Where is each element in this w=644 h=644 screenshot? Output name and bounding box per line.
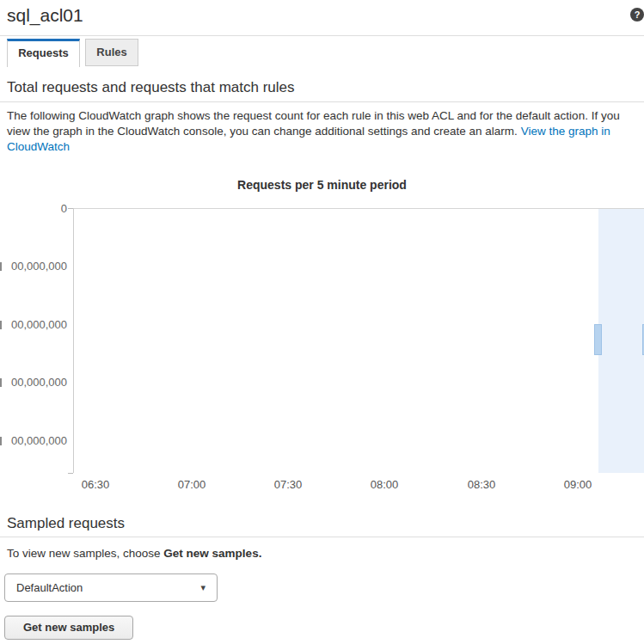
y-tick-label: 00,000,000 bbox=[0, 260, 67, 273]
rule-select-dropdown[interactable]: DefaultAction ▾ bbox=[4, 573, 218, 602]
y-tick-label: 0 bbox=[0, 202, 67, 216]
tab-rules[interactable]: Rules bbox=[85, 39, 138, 66]
requests-section-heading: Total requests and requests that match r… bbox=[7, 79, 295, 96]
y-tick-clipped-digit bbox=[0, 378, 2, 387]
y-tick-clipped-digit bbox=[0, 437, 2, 445]
requests-section-divider bbox=[0, 101, 644, 102]
y-tick-clipped-digit bbox=[0, 262, 2, 271]
y-axis-tick-top bbox=[68, 208, 73, 209]
y-axis-tick-bottom bbox=[68, 473, 73, 474]
sampled-section-heading: Sampled requests bbox=[7, 515, 125, 532]
sampled-instruction: To view new samples, choose Get new samp… bbox=[7, 547, 261, 560]
y-tick-label: 00,000,000 bbox=[0, 318, 67, 332]
x-tick-label: 06:30 bbox=[71, 478, 120, 492]
x-tick-label: 08:30 bbox=[457, 478, 506, 492]
tab-requests[interactable]: Requests bbox=[7, 39, 80, 67]
x-tick-label: 09:00 bbox=[554, 478, 602, 492]
get-new-samples-button[interactable]: Get new samples bbox=[4, 616, 133, 640]
help-icon[interactable]: ? bbox=[630, 8, 644, 21]
instruction-text: To view new samples, choose bbox=[7, 547, 163, 560]
waf-webacl-page: sql_acl01 ? Requests Rules Total request… bbox=[0, 0, 644, 644]
y-tick-clipped-digit bbox=[0, 321, 2, 329]
chart-y-axis-line bbox=[73, 208, 74, 473]
y-tick-label: 00,000,000 bbox=[0, 376, 67, 389]
sampled-section-divider bbox=[0, 537, 644, 537]
header-divider bbox=[0, 35, 644, 36]
page-title: sql_acl01 bbox=[7, 5, 83, 26]
instruction-bold-text: Get new samples. bbox=[163, 547, 261, 560]
requests-section-description: The following CloudWatch graph shows the… bbox=[7, 108, 641, 155]
x-tick-label: 07:30 bbox=[264, 478, 312, 492]
chart-current-period-band bbox=[598, 209, 644, 473]
chart-bar bbox=[594, 324, 602, 355]
chevron-down-icon: ▾ bbox=[200, 574, 205, 601]
rule-select-value: DefaultAction bbox=[16, 574, 83, 601]
chart-title: Requests per 5 minute period bbox=[0, 178, 644, 192]
x-tick-label: 08:00 bbox=[360, 478, 408, 492]
chart-top-axis-line bbox=[73, 208, 644, 209]
y-tick-label: 00,000,000 bbox=[0, 434, 67, 448]
x-tick-label: 07:00 bbox=[168, 478, 216, 492]
